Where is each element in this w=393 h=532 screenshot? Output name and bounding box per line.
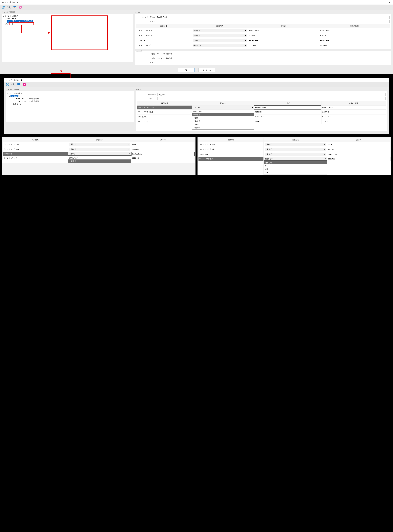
tree-item-screen[interactable]: (スクリーン) [3, 23, 132, 25]
target-icon[interactable] [2, 5, 5, 9]
combo-method: 一致する▼ [193, 34, 247, 37]
cell-str [132, 148, 194, 150]
tree-item-selected[interactable]: ◢xls_Book1 [7, 95, 133, 97]
tree-root[interactable]: ◢ウィンドウ識別名 [7, 92, 133, 95]
col-str: 文字列 [254, 101, 321, 105]
combo-method-open: 一致する▼ [192, 106, 254, 109]
opt[interactable]: 指定しない [192, 110, 254, 113]
dialog-window-rules-2: ウィンドウ識別ルール ウィンドウ識別名 ◢ウィンドウ識別名 ◢xls_Book1… [4, 78, 389, 134]
input-window-name[interactable] [157, 93, 386, 96]
dialog-title: ウィンドウ識別ルール [1, 1, 18, 4]
opt-selected[interactable]: 指定しない [264, 161, 327, 164]
table-row: ウィンドウクラス名 一致する▼ [198, 147, 390, 152]
opt[interactable]: 以下 [264, 171, 327, 174]
node-fieldset: ノード 種別 ウィンドウ状態待機 名前 ウィンドウ状態待機 コメント [135, 51, 391, 65]
cell-str [249, 30, 318, 32]
lbl-node-comment: コメント [136, 61, 156, 63]
lbl-node-name: 名前 [136, 57, 156, 60]
col-str: 文字列 [131, 138, 195, 142]
input-comment[interactable] [157, 97, 386, 100]
row-window-name: ウィンドウ識別名 [135, 15, 391, 19]
ok-button[interactable]: OK [178, 68, 195, 72]
cell-str [328, 153, 389, 155]
dialog-body: ウィンドウ識別名 ◢ウィンドウ識別名 ◢Book1-Excel ノードID: 7… [0, 10, 393, 67]
close-icon[interactable]: ✕ [387, 1, 392, 4]
node-label: ノード [136, 50, 142, 52]
row-comment: コメント [136, 97, 387, 101]
input-window-name[interactable] [156, 16, 390, 19]
row-window-name: ウィンドウ識別名 [136, 92, 387, 97]
table-row: プロセス名 EXCEL.EXE [137, 114, 386, 119]
delete-icon[interactable] [19, 5, 22, 9]
col-method: 識別方式 [264, 138, 327, 142]
panel-left: 識別情報 識別方式 文字列 ウィンドウタイトル で始まる▼ ウィンドウクラス名 … [2, 137, 196, 175]
combo-method: で始まる▼ [69, 143, 130, 146]
tree-item-book1[interactable]: ◢Book1-Excel [3, 17, 132, 20]
cell-str [249, 44, 318, 47]
left-pane: ウィンドウ識別名 ◢ウィンドウ識別名 ◢Book1-Excel ノードID: 7… [1, 10, 134, 66]
tree-item-node8[interactable]: ノードID: 8 ウィンドウ状態待機 [7, 100, 133, 103]
cancel-button[interactable]: キャンセル [198, 68, 215, 72]
svg-point-11 [7, 84, 8, 85]
row-node-name: 名前 ウィンドウ状態待機 [135, 56, 391, 61]
dialog-title: ウィンドウ識別ルール [5, 79, 22, 81]
opt-selected[interactable]: 一致する [192, 113, 254, 116]
combo-method: 一致する▼ [193, 29, 247, 32]
svg-point-3 [8, 6, 10, 8]
dialog-body: ウィンドウ識別名 ◢ウィンドウ識別名 ◢xls_Book1 ノードID: 7 ウ… [4, 87, 389, 134]
right-pane: ルール ウィンドウ識別名 コメント 識別情報 識別方式 [135, 88, 388, 133]
col-info: 識別情報 [198, 138, 264, 142]
tree[interactable]: ◢ウィンドウ識別名 ◢Book1-Excel ノードID: 7 ウィンドウ状態待… [2, 14, 133, 62]
svg-line-13 [13, 85, 14, 86]
rule-grid: 識別情報 識別方式 文字列 記録時情報 ウィンドウタイトル 一致する▼ Book… [135, 24, 391, 49]
combo-method: 一致する▼ [193, 39, 247, 42]
tree-item-node7[interactable]: ノードID: 7 ウィンドウ状態待機 [7, 97, 133, 100]
table-row: ウィンドウタイトル 一致する▼ Book1 - Excel [137, 105, 386, 110]
opt-selected[interactable]: 一致する [68, 160, 131, 163]
tree-item-selected[interactable]: ノードID: 7 ウィンドウ状態待機 [3, 20, 132, 23]
opt[interactable]: 等しい [264, 164, 327, 168]
brush-icon[interactable] [13, 5, 17, 9]
combo-method-open: 指定しない▼ [264, 157, 327, 161]
col-method: 識別方式 [68, 138, 131, 142]
svg-point-12 [12, 83, 14, 85]
table-row: ウィンドウクラス名 指定しない 一致する を含む で始まる で終わる 正規表現 [137, 110, 386, 114]
input-comment[interactable] [156, 20, 390, 23]
opt[interactable]: で始まる [192, 120, 254, 123]
grid-left: 識別情報 識別方式 文字列 ウィンドウタイトル で始まる▼ ウィンドウクラス名 … [2, 138, 195, 163]
lbl-comment: コメント [138, 98, 157, 100]
search-icon[interactable] [11, 83, 15, 86]
tree-item-screen[interactable]: (スクリーン) [7, 103, 133, 105]
rule-label: ルール [135, 11, 391, 14]
svg-rect-5 [14, 6, 16, 7]
opt[interactable]: 以上 [264, 168, 327, 171]
col-method: 識別方式 [192, 101, 254, 105]
table-row: プロセス名 一致する▼ [3, 152, 195, 156]
lbl-window-name: ウィンドウ識別名 [136, 16, 156, 19]
opt[interactable]: を含む [192, 116, 254, 120]
table-row: ウィンドウサイズ 指定しない▼ [198, 157, 390, 161]
cell-str [132, 143, 194, 145]
delete-icon[interactable] [23, 83, 26, 86]
val-node-type: ウィンドウ状態待機 [156, 52, 390, 56]
opt[interactable]: で終わる [192, 123, 254, 126]
right-pane: ルール ウィンドウ識別名 コメント 識別情報 識別方式 [134, 10, 392, 66]
method-dropdown: 指定しない 一致する [68, 156, 131, 163]
tree-root[interactable]: ◢ウィンドウ識別名 [3, 15, 132, 17]
target-icon[interactable] [5, 83, 9, 86]
cell-str [132, 153, 194, 155]
toolbar [0, 5, 393, 10]
cell-str [249, 35, 318, 37]
col-method: 識別方式 [192, 24, 248, 28]
combo-method: 一致する▼ [265, 153, 326, 156]
table-row: ウィンドウクラス名 一致する▼ [3, 147, 195, 152]
opt[interactable]: 正規表現 [192, 126, 254, 129]
search-icon[interactable] [7, 5, 11, 9]
opt[interactable]: 指定しない [68, 156, 131, 160]
tree[interactable]: ◢ウィンドウ識別名 ◢xls_Book1 ノードID: 7 ウィンドウ状態待機 … [6, 91, 134, 122]
combo-method-open: 一致する▼ [68, 152, 131, 156]
col-str: 文字列 [248, 24, 319, 28]
col-rec: 記録時情報 [319, 24, 390, 28]
combo-method: 指定しない▼ [193, 44, 247, 47]
brush-icon[interactable] [17, 83, 20, 86]
